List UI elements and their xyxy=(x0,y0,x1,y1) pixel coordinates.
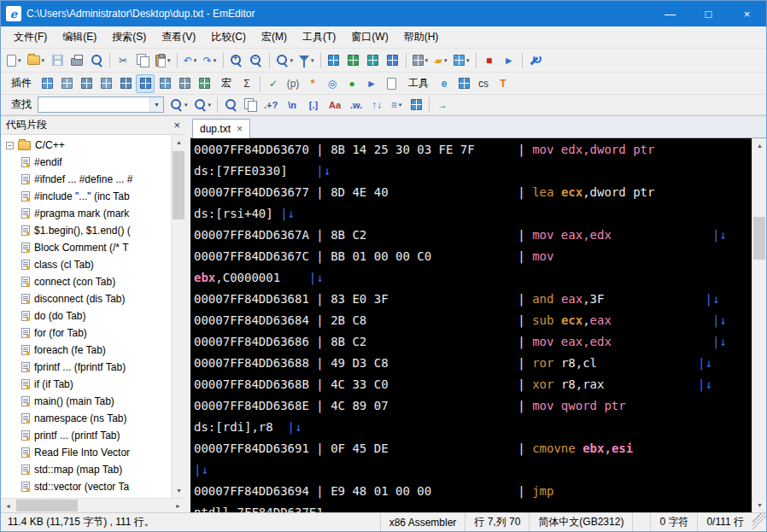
code-line[interactable]: 00007FF84DD63688 | 49 D3 C8 | ror r8,cl … xyxy=(194,353,752,374)
code-line[interactable]: 00007FF84DD6367C | BB 01 00 00 C0 | mov xyxy=(194,246,752,267)
tree-hscroll-thumb[interactable] xyxy=(16,500,78,512)
plugin-webpreview-button[interactable] xyxy=(195,74,214,93)
tree-hscroll-track[interactable] xyxy=(15,499,171,512)
tree-item[interactable]: if (if Tab) xyxy=(1,376,171,393)
incremental-search-button[interactable]: ↑↓ xyxy=(367,96,386,114)
tree-item[interactable]: #pragma mark (mark xyxy=(1,205,171,222)
editor[interactable]: 00007FF84DD63670 | 8B 14 25 30 03 FE 7F … xyxy=(190,138,752,512)
regex-toggle[interactable]: .+? xyxy=(261,96,281,114)
macro-edit-button[interactable]: ✓ xyxy=(264,74,283,93)
whole-word-toggle[interactable]: .w. xyxy=(346,96,366,114)
scroll-left-icon[interactable]: ◄ xyxy=(1,499,15,513)
outline-toggle[interactable]: ▾ xyxy=(410,51,431,70)
macro-snippet-button[interactable]: (p) xyxy=(284,74,302,93)
open-file-button[interactable]: ▾ xyxy=(25,51,48,70)
tree-item[interactable]: Block Comment (/* T xyxy=(1,239,171,256)
tool-cs-button[interactable]: cs xyxy=(474,74,493,93)
tree-item[interactable]: std::map (map Tab) xyxy=(1,461,171,478)
new-file-button[interactable]: ▾ xyxy=(4,51,24,70)
tool-window-button[interactable] xyxy=(454,74,473,93)
filter-lines-button[interactable]: ≡▾ xyxy=(387,96,406,114)
editor-vscroll-thumb[interactable] xyxy=(753,217,765,260)
status-position[interactable]: 行 7,列 70 xyxy=(465,513,529,531)
code-line[interactable]: 00007FF84DD6368E | 4C 89 07 | mov qword … xyxy=(194,395,752,417)
search-button[interactable]: ▾ xyxy=(273,51,296,70)
plugin-html-bar-button[interactable] xyxy=(38,74,56,93)
tool-browser-button[interactable]: e xyxy=(435,74,454,93)
scroll-right-icon[interactable]: ► xyxy=(171,499,185,513)
macro-run-button[interactable]: * xyxy=(303,74,322,93)
record-macro-button[interactable]: ■ xyxy=(480,51,499,70)
macro-web-button[interactable]: ◎ xyxy=(323,74,342,93)
tree-item[interactable]: #ifndef ... #define ... # xyxy=(1,171,171,188)
macro-new-button[interactable] xyxy=(382,74,401,93)
paste-button[interactable]: ▾ xyxy=(153,51,173,70)
status-syntax[interactable]: x86 Assembler xyxy=(380,513,465,531)
plugin-projects-button[interactable] xyxy=(77,74,96,93)
status-lines[interactable]: 0/111 行 xyxy=(697,513,752,531)
code-line[interactable]: 00007FF84DD63691 | 0F 45 DE | cmovne ebx… xyxy=(194,438,752,459)
code-line[interactable]: ebx,C0000001 |↓ xyxy=(194,267,752,289)
status-selection[interactable]: 0 字符 xyxy=(650,513,697,531)
customize-button[interactable] xyxy=(526,51,545,70)
status-encoding[interactable]: 简体中文(GB2312) xyxy=(529,513,632,531)
save-button[interactable] xyxy=(48,51,67,70)
menu-view[interactable]: 查看(V) xyxy=(154,26,203,48)
tree-item[interactable]: do (do Tab) xyxy=(1,307,171,324)
resize-grip[interactable] xyxy=(752,513,766,531)
highlight-all-button[interactable] xyxy=(407,96,425,114)
tree-root-folder[interactable]: −C/C++ xyxy=(1,137,171,154)
tree-item[interactable]: disconnect (dis Tab) xyxy=(1,290,171,307)
find-in-files-button[interactable] xyxy=(87,51,106,70)
search-next-button[interactable]: ▾ xyxy=(167,96,190,114)
tree-item[interactable]: foreach (fe Tab) xyxy=(1,342,171,359)
editor-vscroll-track[interactable] xyxy=(752,153,766,498)
tree-vscroll-track[interactable] xyxy=(172,149,185,483)
print-button[interactable] xyxy=(67,51,86,70)
wildcard-toggle[interactable]: [.] xyxy=(303,96,324,114)
plugin-explorer-button[interactable] xyxy=(155,74,174,93)
scroll-down-icon[interactable]: ▼ xyxy=(172,483,186,498)
maximize-button[interactable]: □ xyxy=(689,1,728,26)
tree-item[interactable]: #endif xyxy=(1,154,171,171)
tree-vscrollbar[interactable]: ▲ ▼ xyxy=(171,135,185,498)
code-line[interactable]: ntdll.7FF84DD637E1 xyxy=(194,502,752,512)
jump-next-button[interactable]: → xyxy=(433,96,452,114)
tree-item[interactable]: class (cl Tab) xyxy=(1,256,171,273)
html-bar-toggle[interactable] xyxy=(325,51,343,70)
escape-seq-toggle[interactable]: \n xyxy=(282,96,302,114)
tree-item[interactable]: #include "..." (inc Tab xyxy=(1,188,171,205)
tree-item[interactable]: fprintf ... (fprintf Tab) xyxy=(1,359,171,376)
find-input[interactable] xyxy=(38,99,149,111)
menu-search[interactable]: 搜索(S) xyxy=(104,26,154,48)
find-dropdown-button[interactable]: ▼ xyxy=(149,97,163,112)
copy-results-button[interactable] xyxy=(241,96,260,114)
run-macro-button[interactable]: ► xyxy=(500,51,518,70)
code-line[interactable]: 00007FF84DD63681 | 83 E0 3F | and eax,3F… xyxy=(194,289,752,310)
code-line[interactable]: 00007FF84DD63677 | 8D 4E 40 | lea ecx,dw… xyxy=(194,182,752,203)
plugin-snippets-button[interactable] xyxy=(136,74,155,93)
code-line[interactable]: ds:[rdi],r8 |↓ xyxy=(194,417,752,438)
menu-macros[interactable]: 宏(M) xyxy=(254,26,295,48)
code-line[interactable]: 00007FF84DD63686 | 8B C2 | mov eax,edx |… xyxy=(194,331,752,353)
marker-button[interactable]: ▰▾ xyxy=(431,51,450,70)
code-line[interactable]: ds:[7FFE0330] |↓ xyxy=(194,161,752,182)
compare-toggle[interactable] xyxy=(384,51,402,70)
search-menu-button[interactable]: ▾ xyxy=(191,96,214,114)
scroll-up-icon[interactable]: ▲ xyxy=(752,138,767,153)
menu-file[interactable]: 文件(F) xyxy=(6,26,55,48)
editor-vscrollbar[interactable]: ▲ ▼ xyxy=(752,138,766,512)
panel-close-button[interactable]: × xyxy=(173,120,180,131)
tree-item[interactable]: $1.begin(), $1.end() ( xyxy=(1,222,171,239)
menu-edit[interactable]: 编辑(E) xyxy=(55,26,104,48)
macro-library-button[interactable]: Σ xyxy=(237,74,256,93)
plugin-open-documents-button[interactable] xyxy=(97,74,115,93)
tree-item[interactable]: namespace (ns Tab) xyxy=(1,410,171,427)
tree-item[interactable]: printf ... (printf Tab) xyxy=(1,427,171,444)
undo-button[interactable]: ↶▾ xyxy=(181,51,200,70)
plugin-word-count-button[interactable] xyxy=(175,74,194,93)
zoom-out-button[interactable]: − xyxy=(247,51,266,70)
menu-window[interactable]: 窗口(W) xyxy=(343,26,395,48)
match-case-toggle[interactable]: Aa xyxy=(325,96,345,114)
code-line[interactable]: 00007FF84DD6367A | 8B C2 | mov eax,edx |… xyxy=(194,225,752,246)
